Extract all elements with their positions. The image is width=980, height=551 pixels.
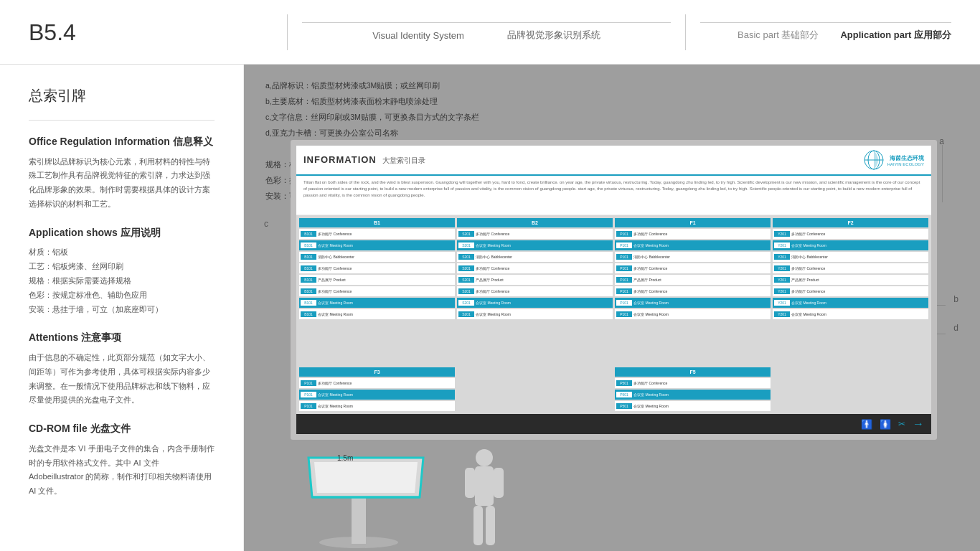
row-label: 会议室 Meeting Room [791,243,826,248]
row-label: 多功能厅 Conference [791,289,825,293]
row-id: Y201 [774,242,790,248]
row-id: P501 [616,392,632,397]
kiosk-height-label: 1.5m [337,454,353,462]
grid-row-blue: B101 会议室 Meeting Room [299,298,455,308]
row-id: Y201 [774,300,790,306]
person-silhouette [459,443,509,551]
header-center: Visual Identity System 品牌视觉形象识别系统 [302,22,671,42]
main-content: 总索引牌 Office Regulation Information 信息释义 … [0,65,980,551]
row-label: 多功能厅 Conference [318,232,352,236]
row-label: 多功能厅 Conference [633,266,667,270]
row-id: P501 [616,380,632,386]
row-id: P101 [616,311,632,317]
row-label: 会议室 Meeting Room [791,312,826,316]
col-header-f3: F3 [299,367,455,377]
row-label: 多功能厅 Conference [476,232,509,236]
grid-row: P101 多功能厅 Conference [299,378,455,388]
board-title-group: INFORMATION 大堂索引目录 [303,154,425,166]
page-number: B5.4 [29,21,273,44]
row-label: 会议室 Meeting Room [633,404,669,408]
board-title: INFORMATION [303,154,377,165]
grid-col-f1: F1 P101 多功能厅 Conference P101 会议室 Meeting… [615,218,771,364]
header: B5.4 Visual Identity System 品牌视觉形象识别系统 B… [0,0,980,65]
board-container: INFORMATION 大堂索引目录 海茵生态环境 [291,140,937,440]
grid-row: P101 多功能厅 Conference [615,229,771,239]
grid-row-blue: P101 会议室 Meeting Room [299,390,455,400]
row-id: Y201 [774,277,790,283]
row-label: 多功能厅 Conference [633,289,667,293]
col-header-f2: F2 [773,218,928,227]
row-id: S201 [458,254,474,260]
grid-col-b1: B1 B101 多功能厅 Conference B101 会议室 Meeting… [299,218,455,364]
connector-a [942,145,943,202]
grid-row: Y201 多功能厅 Conference [773,263,928,273]
col-header-f5: F5 [615,367,771,377]
row-label: 会议室 Meeting Room [318,301,353,305]
info-line-3: c,文字信息：丝网印刷或3M贴膜，可更换条目方式的文字条栏 [265,110,837,125]
row-label: 多功能厅 Conference [791,266,825,270]
footer-person2-icon: 🚺 [880,419,891,430]
row-id: P101 [616,288,632,294]
section-title: 总索引牌 [29,86,215,105]
grid-col-f5: F5 P501 多功能厅 Conference P501 会议室 Meeting… [615,367,771,411]
grid-row-blue: Y201 会议室 Meeting Room [773,240,928,250]
row-id: P101 [301,392,316,397]
grid-col-f3: F3 P101 多功能厅 Conference P101 会议室 Meeting… [299,367,455,411]
board-desc: Titian flat on both sides of the rock, a… [296,176,931,215]
row-id: P101 [616,265,632,271]
grid-row: B101 会议室 Meeting Room [299,309,455,319]
grid-col-empty-2 [773,367,928,411]
svg-point-9 [476,449,493,466]
info-line-2: b,主要底材：铝质型材烤漆表面粉末静电喷涂处理 [265,95,837,109]
col-header-f1: F1 [615,218,771,227]
label-d: d [953,323,958,333]
row-label: 会议室 Meeting Room [476,243,511,248]
grid-row: P101 会议室 Meeting Room [299,401,455,411]
row-label: 消防中心 Babblecenter [791,255,828,259]
grid-row: B101 消防中心 Babblecenter [299,252,455,262]
row-id: P101 [301,403,316,409]
grid-row: B101 产品展厅 Product [299,275,455,285]
row-label: 会议室 Meeting Room [633,243,669,248]
grid-row: B101 多功能厅 Conference [299,286,455,296]
header-right-line [700,22,951,23]
row-label: 会议室 Meeting Room [791,301,826,305]
board-header: INFORMATION 大堂索引目录 海茵生态环境 [296,146,931,176]
row-id: B101 [301,254,316,260]
grid-row: S201 多功能厅 Conference [457,286,613,296]
grid-row: Y201 多功能厅 Conference [773,229,928,239]
row-id: S201 [458,277,474,283]
left-panel: 总索引牌 Office Regulation Information 信息释义 … [0,65,244,551]
row-id: S201 [458,265,474,271]
header-nav: Visual Identity System 品牌视觉形象识别系统 [372,29,600,42]
row-label: 多功能厅 Conference [318,381,352,385]
grid-row: S201 会议室 Meeting Room [457,309,613,319]
row-label: 会议室 Meeting Room [476,312,511,316]
header-top-line [302,22,671,23]
header-right-nav: Basic part 基础部分 Application part 应用部分 [738,29,951,42]
grid-row: Y201 多功能厅 Conference [773,286,928,296]
nav-application-part: Application part 应用部分 [840,29,951,42]
row-label: 消防中心 Babblecenter [476,255,512,259]
row-label: 产品展厅 Product [791,278,819,282]
row-id: B101 [301,242,316,248]
row-id: S201 [458,288,474,294]
grid-row-blue: P101 会议室 Meeting Room [615,298,771,308]
svg-rect-13 [473,506,483,545]
row-label: 会议室 Meeting Room [633,392,669,397]
row-label: 消防中心 Babblecenter [633,255,670,259]
grid-row-blue: Y201 会议室 Meeting Room [773,298,928,308]
row-id: S201 [458,242,474,248]
nav-item-visual-identity: Visual Identity System [372,30,464,41]
grid-row: S201 产品展厅 Product [457,275,613,285]
section-body-1: 索引牌以品牌标识为核心元素，利用材料的特性与特殊工艺制作具有品牌视觉特征的索引牌… [29,155,215,212]
logo-cn: 海茵生态环境 [887,154,924,162]
footer-arrow-icon: → [913,418,924,430]
board-inner: INFORMATION 大堂索引目录 海茵生态环境 [296,146,931,434]
grid-row: P501 会议室 Meeting Room [615,401,771,411]
right-panel: a,品牌标识：铝质型材烤漆或3M贴膜；或丝网印刷 b,主要底材：铝质型材烤漆表面… [244,65,980,551]
row-label: 多功能厅 Conference [318,289,352,293]
grid-row: P101 多功能厅 Conference [615,286,771,296]
svg-rect-14 [486,506,495,545]
row-id: P101 [616,300,632,306]
